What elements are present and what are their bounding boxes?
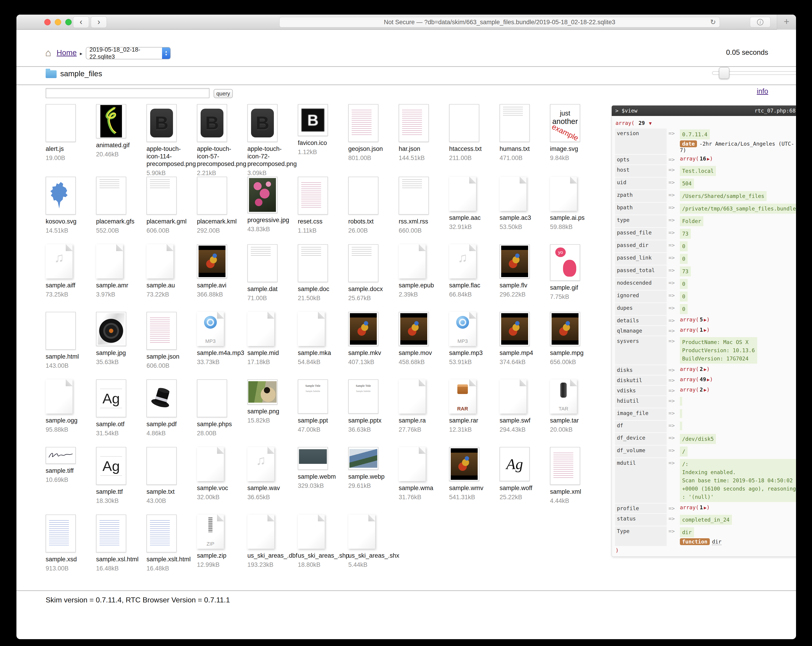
file-item[interactable]: sample.mpg656.00kB: [550, 312, 600, 379]
file-item[interactable]: sample.flv296.22kB: [499, 244, 550, 312]
file-item[interactable]: ♫sample.aiff73.25kB: [46, 244, 96, 312]
tiff-thumbnail[interactable]: [46, 447, 76, 464]
file-item[interactable]: sample.mkv407.13kB: [348, 312, 399, 379]
file-item[interactable]: sample.dat71.00B: [247, 244, 298, 312]
expand-triangle-icon[interactable]: ▶: [707, 377, 710, 382]
favicon-thumbnail[interactable]: B: [298, 104, 328, 136]
document-page-icon[interactable]: [147, 244, 174, 278]
file-item[interactable]: Agsample.ttf18.30kB: [96, 447, 147, 515]
file-item[interactable]: sample.mov458.68kB: [399, 312, 449, 379]
file-item[interactable]: sample.wmv541.31kB: [449, 447, 499, 515]
file-item[interactable]: sample.ogg95.88kB: [46, 379, 96, 447]
file-item[interactable]: justanotherexampleimage.svg9.84kB: [550, 104, 600, 177]
document-page-icon[interactable]: [247, 515, 274, 549]
file-item[interactable]: sample.docx25.67kB: [348, 244, 399, 312]
file-item[interactable]: ♫sample.flac66.84kB: [449, 244, 499, 312]
code-document-thumbnail[interactable]: [298, 177, 328, 215]
close-window-button[interactable]: [44, 19, 51, 25]
file-item[interactable]: placemark.kml292.00B: [197, 177, 247, 244]
tar-page-icon[interactable]: TAR: [550, 379, 577, 414]
file-item[interactable]: Sample TitleSample Subtitlesample.ppt47.…: [298, 379, 348, 447]
reload-icon[interactable]: ↻: [710, 18, 716, 26]
app-icon-thumbnail[interactable]: B: [147, 104, 177, 142]
document-page-icon[interactable]: [499, 379, 527, 414]
document-page-icon[interactable]: [499, 177, 527, 211]
blank-document-thumbnail[interactable]: [449, 104, 479, 142]
document-page-icon[interactable]: [96, 244, 123, 278]
expand-triangle-icon[interactable]: ▶: [704, 367, 707, 372]
photo-thumbnail[interactable]: [247, 177, 278, 213]
file-item[interactable]: sample.doc21.50kB: [298, 244, 348, 312]
text-document-thumbnail[interactable]: [147, 177, 177, 215]
file-item[interactable]: Bapple-touch-icon-57-precomposed.png2.21…: [197, 104, 247, 177]
file-item[interactable]: us_ski_areas_.shx5.44kB: [348, 515, 399, 582]
expand-triangle-icon[interactable]: ▶: [704, 505, 707, 510]
code-document-thumbnail[interactable]: [147, 312, 177, 350]
file-item[interactable]: har.json144.51kB: [399, 104, 449, 177]
font-thumbnail[interactable]: Ag: [499, 447, 530, 481]
video-thumbnail[interactable]: [197, 244, 227, 278]
file-item[interactable]: ♫sample.wav36.65kB: [247, 447, 298, 515]
pdf-thumbnail[interactable]: [147, 379, 177, 417]
file-item[interactable]: sample.amr3.97kB: [96, 244, 147, 312]
document-page-icon[interactable]: [449, 177, 476, 211]
text-document-thumbnail[interactable]: [348, 244, 379, 282]
file-item[interactable]: Sample TitleSample Subtitlesample.pptx36…: [348, 379, 399, 447]
query-button[interactable]: query: [214, 89, 233, 98]
forward-button[interactable]: ›: [91, 17, 107, 28]
document-page-icon[interactable]: [399, 379, 426, 414]
file-item[interactable]: sample.mka54.84kB: [298, 312, 348, 379]
presentation-thumbnail[interactable]: Sample TitleSample Subtitle: [348, 379, 379, 414]
info-link[interactable]: info: [757, 87, 768, 95]
document-page-icon[interactable]: [348, 515, 375, 549]
file-item[interactable]: sample.mid17.18kB: [247, 312, 298, 379]
map-thumbnail[interactable]: [46, 177, 76, 215]
document-page-icon[interactable]: [46, 379, 73, 414]
address-bar[interactable]: Not Secure — ?db=data/skim/663_sample_fi…: [279, 17, 720, 27]
file-item[interactable]: sample.tiff10.69kB: [46, 447, 96, 515]
file-item[interactable]: sample.epub2.39kB: [399, 244, 449, 312]
file-item[interactable]: placemark.gml606.00B: [147, 177, 197, 244]
file-item[interactable]: animated.gif20.46kB: [96, 104, 147, 177]
file-item[interactable]: MP3sample.m4a.mp333.73kB: [197, 312, 247, 379]
html-document-thumbnail[interactable]: [46, 515, 76, 553]
file-item[interactable]: Bapple-touch-icon-114-precomposed.png5.9…: [147, 104, 197, 177]
gif-thumbnail[interactable]: yo: [550, 244, 580, 281]
file-item[interactable]: humans.txt471.00B: [499, 104, 550, 177]
video-thumbnail[interactable]: [348, 312, 379, 346]
file-item[interactable]: sample.phps28.00B: [197, 379, 247, 447]
text-document-thumbnail[interactable]: [298, 244, 328, 282]
file-item[interactable]: us_ski_areas_.dbf193.23kB: [247, 515, 298, 582]
font-thumbnail[interactable]: Ag: [96, 379, 126, 417]
animated-gif-thumbnail[interactable]: [96, 104, 126, 138]
document-page-icon[interactable]: [247, 312, 274, 346]
photo-thumbnail[interactable]: [247, 379, 278, 405]
document-page-icon[interactable]: [298, 312, 325, 346]
file-item[interactable]: reset.css1.11kB: [298, 177, 348, 244]
document-page-icon[interactable]: [298, 515, 325, 549]
mp3-page-icon[interactable]: MP3: [449, 312, 476, 346]
file-item[interactable]: rss.xml.rss660.00B: [399, 177, 449, 244]
video-thumbnail[interactable]: [399, 312, 429, 346]
page-info-button[interactable]: i: [750, 17, 771, 27]
db-select[interactable]: 2019-05-18_02-18-22.sqlite3 ▲▼: [86, 47, 171, 60]
expand-triangle-icon[interactable]: ▶: [704, 317, 707, 322]
video-thumbnail[interactable]: [499, 244, 530, 278]
blank-document-thumbnail[interactable]: [197, 379, 227, 417]
file-item[interactable]: Agsample.otf31.54kB: [96, 379, 147, 447]
file-item[interactable]: sample.xml4.44kB: [550, 447, 600, 515]
text-document-thumbnail[interactable]: [247, 244, 278, 282]
audio-page-icon[interactable]: ♫: [449, 244, 476, 278]
font-thumbnail[interactable]: Ag: [96, 447, 126, 485]
blank-document-thumbnail[interactable]: [197, 177, 227, 215]
text-document-thumbnail[interactable]: [499, 104, 530, 142]
file-item[interactable]: geojson.json801.00B: [348, 104, 399, 177]
audio-page-icon[interactable]: ♫: [46, 244, 73, 278]
query-input[interactable]: [46, 88, 209, 98]
home-link[interactable]: Home: [56, 48, 77, 57]
presentation-thumbnail[interactable]: Sample TitleSample Subtitle: [298, 379, 328, 414]
photo-thumbnail[interactable]: [96, 312, 126, 346]
blank-document-thumbnail[interactable]: [348, 177, 379, 215]
html-document-thumbnail[interactable]: [96, 515, 126, 553]
file-item[interactable]: sample.aac32.91kB: [449, 177, 499, 244]
